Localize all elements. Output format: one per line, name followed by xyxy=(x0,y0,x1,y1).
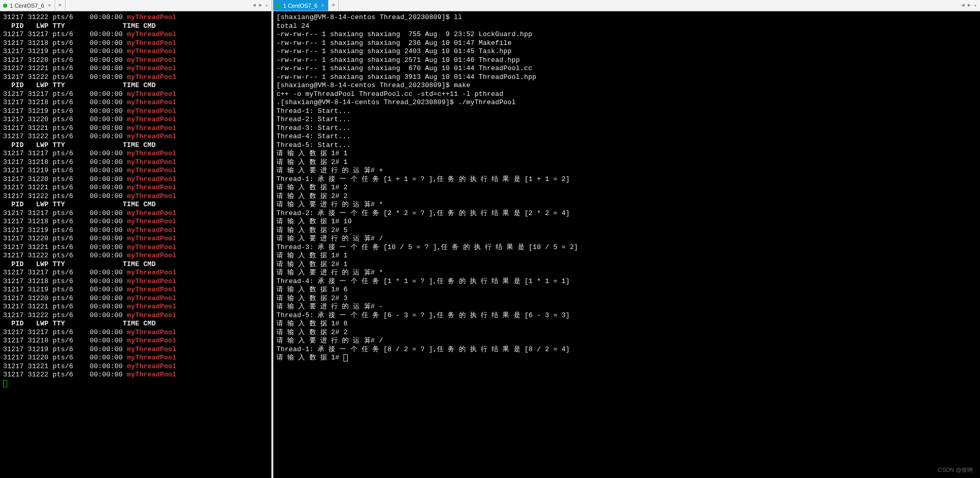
ps-row: 31217 31218 pts/6 00:00:00 myThreadPool xyxy=(3,337,268,345)
terminal-line: Thread-3: Start... xyxy=(276,124,977,133)
terminal-line: Thread-5: 承 接 一 个 任 务 [6 - 3 = ? ],任 务 的… xyxy=(276,311,977,320)
terminal-line: 请 输 入 数 据 1# 8 xyxy=(276,320,977,328)
tab-prev-icon[interactable]: ◄ xyxy=(253,3,256,8)
close-icon[interactable]: × xyxy=(320,3,325,8)
terminal-line: -rw-rw-r-- 1 shaxiang shaxiang 2403 Aug … xyxy=(276,47,977,56)
terminal-line: -rw-rw-r-- 1 shaxiang shaxiang 755 Aug 9… xyxy=(276,30,977,39)
watermark: CSDN @俊呐 xyxy=(938,466,973,474)
ps-row: 31217 31222 pts/6 00:00:00 myThreadPool xyxy=(3,192,268,201)
cursor-icon xyxy=(3,380,7,387)
ps-row: 31217 31220 pts/6 00:00:00 myThreadPool xyxy=(3,294,268,303)
terminal-line: 请 输 入 要 进 行 的 运 算# - xyxy=(276,303,977,311)
ps-row: 31217 31221 pts/6 00:00:00 myThreadPool xyxy=(3,184,268,192)
ps-row: 31217 31221 pts/6 00:00:00 myThreadPool xyxy=(3,362,268,371)
terminal-line: 请 输 入 数 据 2# 3 xyxy=(276,294,977,303)
terminal-line: 请 输 入 数 据 1# 10 xyxy=(276,218,977,226)
terminal-line: 请 输 入 数 据 1# 1 xyxy=(276,150,977,158)
ps-header-row: PID LWP TTY TIME CMD xyxy=(3,320,268,328)
tab-label: 1 CentOS7_6 xyxy=(10,3,44,9)
left-terminal[interactable]: 31217 31222 pts/6 00:00:00 myThreadPool … xyxy=(0,11,271,478)
ps-row: 31217 31220 pts/6 00:00:00 myThreadPool xyxy=(3,175,268,184)
ps-row: 31217 31221 pts/6 00:00:00 myThreadPool xyxy=(3,64,268,73)
ps-row: 31217 31218 pts/6 00:00:00 myThreadPool xyxy=(3,277,268,286)
ps-row: 31217 31220 pts/6 00:00:00 myThreadPool xyxy=(3,235,268,243)
ps-row: 31217 31219 pts/6 00:00:00 myThreadPool xyxy=(3,286,268,294)
terminal-line: 请 输 入 数 据 2# 2 xyxy=(276,192,977,201)
terminal-line: [shaxiang@VM-8-14-centos Thread_20230809… xyxy=(276,81,977,90)
terminal-line: Thread-1: 承 接 一 个 任 务 [8 / 2 = ? ],任 务 的… xyxy=(276,345,977,354)
status-dot-icon xyxy=(3,4,7,8)
terminal-line: 请 输 入 数 据 2# 5 xyxy=(276,226,977,235)
terminal-line: 请 输 入 要 进 行 的 运 算# / xyxy=(276,337,977,345)
tab-next-icon[interactable]: ► xyxy=(968,3,971,8)
terminal-line: [shaxiang@VM-8-14-centos Thread_20230809… xyxy=(276,13,977,22)
ps-row: 31217 31217 pts/6 00:00:00 myThreadPool xyxy=(3,328,268,337)
ps-row: 31217 31220 pts/6 00:00:00 myThreadPool xyxy=(3,116,268,124)
terminal-line: Thread-2: 承 接 一 个 任 务 [2 * 2 = ? ],任 务 的… xyxy=(276,209,977,218)
terminal-line: Thread-2: Start... xyxy=(276,116,977,124)
terminal-line: Thread-3: 承 接 一 个 任 务 [10 / 5 = ? ],任 务 … xyxy=(276,243,977,252)
terminal-line: Thread-4: 承 接 一 个 任 务 [1 * 1 = ? ],任 务 的… xyxy=(276,277,977,286)
ps-row: 31217 31220 pts/6 00:00:00 myThreadPool xyxy=(3,56,268,65)
tab-menu-icon[interactable]: ▾ xyxy=(974,3,977,9)
new-tab-button[interactable]: + xyxy=(329,0,339,11)
ps-row: 31217 31218 pts/6 00:00:00 myThreadPool xyxy=(3,158,268,167)
ps-row: 31217 31222 pts/6 00:00:00 myThreadPool xyxy=(3,252,268,260)
ps-header-row: PID LWP TTY TIME CMD xyxy=(3,201,268,209)
ps-row: 31217 31218 pts/6 00:00:00 myThreadPool xyxy=(3,98,268,107)
ps-row: 31217 31217 pts/6 00:00:00 myThreadPool xyxy=(3,209,268,218)
terminal-line: c++ -o myThreadPool ThreadPool.cc -std=c… xyxy=(276,90,977,99)
ps-header-row: PID LWP TTY TIME CMD xyxy=(3,81,268,90)
terminal-line: Thread-1: 承 接 一 个 任 务 [1 + 1 = ? ],任 务 的… xyxy=(276,175,977,184)
status-dot-icon xyxy=(276,4,281,8)
terminal-line: -rw-rw-r-- 1 shaxiang shaxiang 3913 Aug … xyxy=(276,73,977,82)
terminal-line: Thread-4: Start... xyxy=(276,133,977,141)
terminal-line: 请 输 入 要 进 行 的 运 算# * xyxy=(276,269,977,277)
ps-header-row: PID LWP TTY TIME CMD xyxy=(3,260,268,269)
ps-row: 31217 31218 pts/6 00:00:00 myThreadPool xyxy=(3,39,268,48)
new-tab-button[interactable]: + xyxy=(55,0,66,11)
ps-header-row: PID LWP TTY TIME CMD xyxy=(3,22,268,31)
close-icon[interactable]: × xyxy=(47,3,52,8)
ps-row: 31217 31219 pts/6 00:00:00 myThreadPool xyxy=(3,107,268,116)
ps-row: 31217 31221 pts/6 00:00:00 myThreadPool xyxy=(3,243,268,252)
tab-label: 1 CentOS7_6 xyxy=(283,3,318,9)
ps-row: 31217 31219 pts/6 00:00:00 myThreadPool xyxy=(3,345,268,354)
ps-row: 31217 31222 pts/6 00:00:00 myThreadPool xyxy=(3,13,268,22)
terminal-line: 请 输 入 要 进 行 的 运 算# * xyxy=(276,201,977,209)
right-terminal[interactable]: [shaxiang@VM-8-14-centos Thread_20230809… xyxy=(273,11,980,478)
tab-right-centos[interactable]: 1 CentOS7_6 × xyxy=(273,0,329,11)
ps-row: 31217 31217 pts/6 00:00:00 myThreadPool xyxy=(3,90,268,99)
terminal-line: total 24 xyxy=(276,22,977,31)
terminal-line: Thread-5: Start... xyxy=(276,141,977,150)
ps-row: 31217 31219 pts/6 00:00:00 myThreadPool xyxy=(3,226,268,235)
terminal-line: 请 输 入 数 据 2# 1 xyxy=(276,260,977,269)
terminal-line: -rw-rw-r-- 1 shaxiang shaxiang 236 Aug 1… xyxy=(276,39,977,48)
ps-row: 31217 31220 pts/6 00:00:00 myThreadPool xyxy=(3,354,268,362)
terminal-line: 请 输 入 数 据 2# 2 xyxy=(276,328,977,337)
left-tabbar: 1 CentOS7_6 × + ◄ ► ▾ xyxy=(0,0,271,11)
prompt-line xyxy=(3,380,268,388)
ps-row: 31217 31217 pts/6 00:00:00 myThreadPool xyxy=(3,269,268,277)
right-tabbar: 1 CentOS7_6 × + ◄ ► ▾ xyxy=(273,0,980,11)
ps-row: 31217 31222 pts/6 00:00:00 myThreadPool xyxy=(3,133,268,141)
terminal-line: 请 输 入 数 据 1# 2 xyxy=(276,184,977,192)
terminal-line: -rw-rw-r-- 1 shaxiang shaxiang 2571 Aug … xyxy=(276,56,977,65)
ps-row: 31217 31221 pts/6 00:00:00 myThreadPool xyxy=(3,303,268,311)
terminal-line: .[shaxiang@VM-8-14-centos Thread_2023080… xyxy=(276,98,977,107)
ps-row: 31217 31219 pts/6 00:00:00 myThreadPool xyxy=(3,167,268,175)
tab-left-centos[interactable]: 1 CentOS7_6 × xyxy=(0,0,55,11)
terminal-line: 请 输 入 数 据 1# 1 xyxy=(276,252,977,260)
tab-nav-controls: ◄ ► ▾ xyxy=(250,0,271,11)
ps-row: 31217 31219 pts/6 00:00:00 myThreadPool xyxy=(3,47,268,56)
ps-row: 31217 31221 pts/6 00:00:00 myThreadPool xyxy=(3,124,268,133)
terminal-line: 请 输 入 数 据 2# 1 xyxy=(276,158,977,167)
terminal-line: Thread-1: Start... xyxy=(276,107,977,116)
tab-nav-controls: ◄ ► ▾ xyxy=(958,0,980,11)
tab-menu-icon[interactable]: ▾ xyxy=(265,3,268,9)
ps-row: 31217 31222 pts/6 00:00:00 myThreadPool xyxy=(3,311,268,320)
tab-next-icon[interactable]: ► xyxy=(259,3,262,8)
tab-prev-icon[interactable]: ◄ xyxy=(961,3,965,8)
ps-header-row: PID LWP TTY TIME CMD xyxy=(3,141,268,150)
terminal-line: 请 输 入 要 进 行 的 运 算# / xyxy=(276,235,977,243)
